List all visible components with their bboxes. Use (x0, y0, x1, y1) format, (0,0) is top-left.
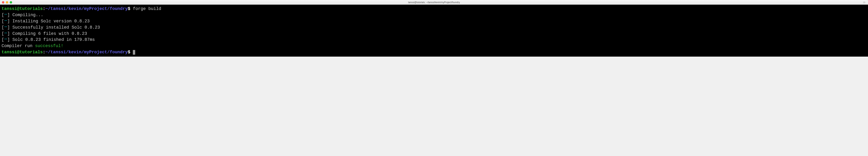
cursor-icon (133, 50, 135, 55)
output-text: Solc 0.8.23 finished in 179.87ms (10, 37, 95, 42)
close-icon[interactable] (2, 1, 4, 3)
output-text: Compiler run (2, 44, 35, 48)
maximize-icon[interactable] (10, 1, 12, 3)
prompt-symbol: $ (128, 6, 130, 11)
output-line: [⠒] Installing Solc version 0.8.23 (2, 18, 866, 25)
prompt-path: ~/tanssi/kevin/myProject/foundry (45, 6, 128, 11)
success-text: successful! (35, 44, 63, 48)
output-text: Successfully installed Solc 0.8.23 (10, 25, 100, 30)
prompt-path: ~/tanssi/kevin/myProject/foundry (45, 50, 128, 55)
minimize-icon[interactable] (6, 1, 8, 3)
prompt-sep: : (43, 50, 45, 55)
output-text: Compiling 6 files with 0.8.23 (10, 31, 87, 36)
prompt-line-2: tanssi@tutorials:~/tanssi/kevin/myProjec… (2, 49, 866, 55)
output-text: Compiling... (10, 13, 43, 17)
prompt-sep: : (43, 6, 45, 11)
output-line: [⠒] Compiling 6 files with 0.8.23 (2, 31, 866, 37)
spinner-icon: [⠒] (2, 13, 10, 17)
traffic-lights (2, 1, 12, 3)
window-title: tanssi@tutorials: ~/tanssi/kevin/myProje… (408, 1, 460, 4)
tab-count-badge[interactable]: 19 (863, 1, 866, 3)
terminal-body[interactable]: tanssi@tutorials:~/tanssi/kevin/myProjec… (0, 5, 868, 56)
output-text: Installing Solc version 0.8.23 (10, 19, 90, 24)
prompt-symbol: $ (128, 50, 130, 55)
prompt-user: tanssi@tutorials (2, 6, 43, 11)
spinner-icon: [⠒] (2, 31, 10, 36)
spinner-icon: [⠒] (2, 37, 10, 42)
command-text: forge build (130, 6, 161, 11)
prompt-user: tanssi@tutorials (2, 50, 43, 55)
terminal-window: tanssi@tutorials: ~/tanssi/kevin/myProje… (0, 0, 868, 56)
output-line: [⠒] Solc 0.8.23 finished in 179.87ms (2, 37, 866, 43)
titlebar[interactable]: tanssi@tutorials: ~/tanssi/kevin/myProje… (0, 0, 868, 5)
output-line: [⠒] Successfully installed Solc 0.8.23 (2, 25, 866, 31)
prompt-line-1: tanssi@tutorials:~/tanssi/kevin/myProjec… (2, 6, 866, 12)
output-line: Compiler run successful! (2, 43, 866, 49)
spinner-icon: [⠒] (2, 25, 10, 30)
spinner-icon: [⠒] (2, 19, 10, 24)
output-line: [⠒] Compiling... (2, 12, 866, 18)
